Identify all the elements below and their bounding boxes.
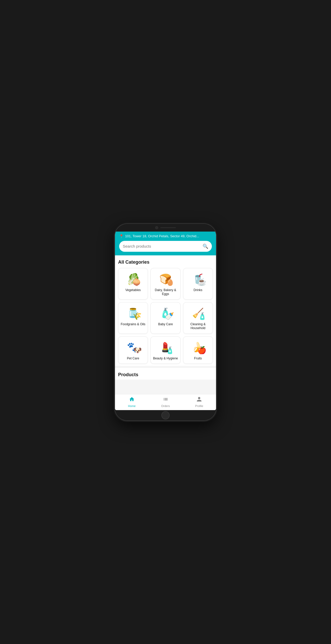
- location-pin-icon: 📍: [119, 234, 124, 238]
- categories-grid: 🥬 🧅 Vegetables 🍞 🥚 Dairy, Bakery & Eggs: [118, 268, 213, 364]
- category-image-fruits: 🍌 🍎: [189, 340, 207, 354]
- category-card-cleaning[interactable]: 🧹 🧴 Cleaning & Household: [183, 302, 213, 334]
- category-image-petcare: 🐾 🐶: [124, 340, 142, 354]
- location-text: 101, Tower 18, Orchid Petals, Sector 49,…: [125, 234, 199, 238]
- category-card-drinks[interactable]: 🥤 ☕ Drinks: [183, 268, 213, 300]
- categories-section: All Categories 🥬 🧅 Vegetables 🍞: [115, 255, 216, 366]
- search-input[interactable]: [123, 244, 200, 248]
- category-card-foodgrains[interactable]: 🫙 🌾 Foodgrains & Oils: [118, 302, 148, 334]
- location-bar[interactable]: 📍 101, Tower 18, Orchid Petals, Sector 4…: [119, 234, 212, 238]
- nav-label-home: Home: [128, 404, 135, 408]
- nav-item-profile[interactable]: Profile: [182, 396, 216, 408]
- phone-screen: 📍 101, Tower 18, Orchid Petals, Sector 4…: [115, 232, 216, 410]
- bottom-nav: Home Orders Profile: [115, 394, 216, 410]
- category-image-beauty: 💄 🧴: [156, 340, 175, 354]
- category-card-fruits[interactable]: 🍌 🍎 Fruits: [183, 336, 213, 364]
- scroll-content[interactable]: All Categories 🥬 🧅 Vegetables 🍞: [115, 255, 216, 394]
- category-card-petcare[interactable]: 🐾 🐶 Pet Care: [118, 336, 148, 364]
- orders-icon: [163, 396, 168, 404]
- category-card-babycare[interactable]: 🧴 🍼 Baby Care: [150, 302, 180, 334]
- category-image-cleaning: 🧹 🧴: [189, 306, 207, 320]
- category-image-drinks: 🥤 ☕: [189, 272, 207, 286]
- category-image-vegetables: 🥬 🧅: [124, 272, 142, 286]
- phone-frame: 📍 101, Tower 18, Orchid Petals, Sector 4…: [115, 224, 216, 420]
- category-card-vegetables[interactable]: 🥬 🧅 Vegetables: [118, 268, 148, 300]
- category-label-vegetables: Vegetables: [125, 288, 141, 292]
- phone-camera: [155, 226, 158, 229]
- products-title: Products: [118, 372, 213, 377]
- category-card-dairy[interactable]: 🍞 🥚 Dairy, Bakery & Eggs: [150, 268, 180, 300]
- products-section: Products: [115, 368, 216, 380]
- search-bar[interactable]: 🔍: [119, 241, 212, 252]
- profile-icon: [196, 396, 202, 404]
- category-image-foodgrains: 🫙 🌾: [124, 306, 142, 320]
- category-card-beauty[interactable]: 💄 🧴 Beauty & Hygiene: [150, 336, 180, 364]
- category-label-babycare: Baby Care: [158, 322, 173, 327]
- nav-label-profile: Profile: [195, 404, 203, 408]
- phone-home-button[interactable]: [161, 411, 170, 419]
- category-image-dairy: 🍞 🥚: [156, 272, 175, 286]
- category-label-dairy: Dairy, Bakery & Eggs: [153, 288, 178, 296]
- category-label-beauty: Beauty & Hygiene: [153, 357, 178, 361]
- nav-label-orders: Orders: [161, 404, 170, 408]
- nav-item-home[interactable]: Home: [115, 396, 149, 408]
- phone-notch: [115, 224, 216, 232]
- search-icon: 🔍: [203, 243, 208, 249]
- phone-bottom: [115, 410, 216, 420]
- category-label-foodgrains: Foodgrains & Oils: [121, 322, 145, 327]
- home-icon: [129, 396, 135, 404]
- category-label-drinks: Drinks: [193, 288, 202, 292]
- category-label-fruits: Fruits: [194, 357, 202, 361]
- app-header: 📍 101, Tower 18, Orchid Petals, Sector 4…: [115, 232, 216, 255]
- categories-title: All Categories: [118, 260, 213, 265]
- phone-speaker: [160, 227, 176, 228]
- category-image-babycare: 🧴 🍼: [156, 306, 175, 320]
- category-label-petcare: Pet Care: [127, 357, 139, 361]
- category-label-cleaning: Cleaning & Household: [185, 322, 211, 330]
- nav-item-orders[interactable]: Orders: [149, 396, 182, 408]
